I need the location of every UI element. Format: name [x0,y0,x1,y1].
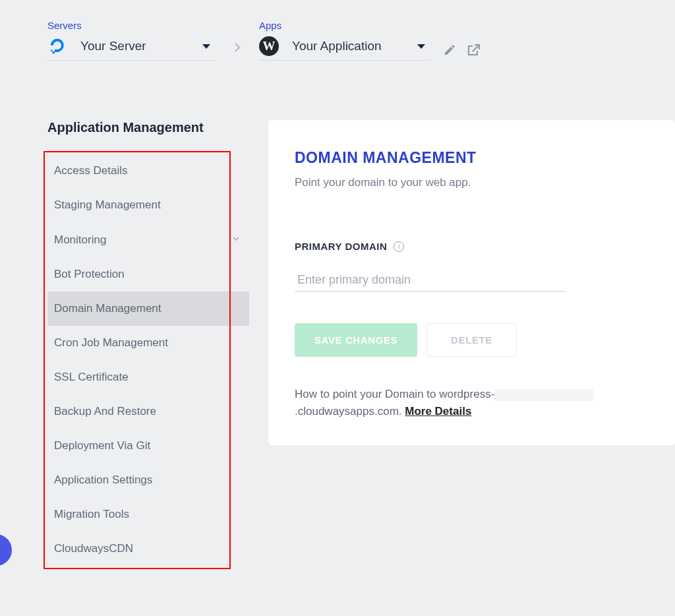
panel-title: DOMAIN MANAGEMENT [295,149,649,167]
sidebar-item-label: Application Settings [54,474,152,487]
app-crumb: Apps W Your Application [259,20,430,61]
info-icon[interactable]: i [394,241,404,252]
sidebar-item-label: Backup And Restore [54,405,156,418]
chevron-down-icon [202,44,210,49]
sidebar-item-label: Staging Management [54,199,161,212]
sidebar-item-label: Deployment Via Git [54,439,150,452]
digitalocean-icon [47,36,67,56]
sidebar-item-label: Migration Tools [54,508,129,521]
chevron-down-icon [231,233,241,247]
sidebar-item-ssl-certificate[interactable]: SSL Certificate [47,360,249,394]
external-link-icon[interactable] [467,44,481,59]
sidebar-item-staging-management[interactable]: Staging Management [47,188,249,222]
servers-label: Servers [47,20,216,31]
panel-subtitle: Point your domain to your web app. [295,176,649,189]
apps-label: Apps [259,20,430,31]
primary-domain-label: PRIMARY DOMAIN i [295,241,649,252]
server-selector[interactable]: Your Server [47,36,216,61]
primary-domain-input[interactable] [295,269,565,292]
more-details-link[interactable]: More Details [405,405,471,417]
sidebar-item-label: Access Details [54,164,127,177]
sidebar-item-label: Monitoring [54,233,106,247]
sidebar-nav: Access DetailsStaging ManagementMonitori… [47,154,249,566]
sidebar-item-label: CloudwaysCDN [54,542,133,555]
breadcrumb-bar: Servers Your Server Apps W Your Applicat… [0,0,675,61]
sidebar: Application Management Access DetailsSta… [47,120,249,566]
sidebar-item-label: SSL Certificate [54,371,129,384]
sidebar-title: Application Management [47,120,249,135]
edit-icon[interactable] [444,44,455,59]
sidebar-item-domain-management[interactable]: Domain Management [47,292,249,326]
sidebar-item-deployment-via-git[interactable]: Deployment Via Git [47,429,249,463]
wordpress-icon: W [259,36,279,56]
app-selector[interactable]: W Your Application [259,36,430,61]
sidebar-item-label: Domain Management [54,302,161,315]
server-crumb: Servers Your Server [47,20,216,61]
sidebar-item-backup-and-restore[interactable]: Backup And Restore [47,394,249,429]
sidebar-item-monitoring[interactable]: Monitoring [47,222,249,257]
chevron-down-icon [417,44,425,49]
svg-rect-2 [51,50,52,51]
sidebar-item-label: Cron Job Management [54,336,168,350]
sidebar-item-access-details[interactable]: Access Details [47,154,249,188]
svg-rect-0 [55,49,57,52]
app-name: Your Application [292,39,417,53]
sidebar-item-migration-tools[interactable]: Migration Tools [47,497,249,532]
sidebar-item-cloudwayscdn[interactable]: CloudwaysCDN [47,532,249,566]
svg-rect-1 [53,51,55,53]
sidebar-item-application-settings[interactable]: Application Settings [47,463,249,497]
breadcrumb-separator [234,42,241,55]
redacted-text [494,389,593,401]
domain-management-panel: DOMAIN MANAGEMENT Point your domain to y… [268,120,675,446]
sidebar-item-label: Bot Protection [54,268,125,281]
sidebar-item-bot-protection[interactable]: Bot Protection [47,257,249,292]
server-name: Your Server [80,39,202,53]
help-text: How to point your Domain to wordpress-.c… [295,386,649,419]
sidebar-item-cron-job-management[interactable]: Cron Job Management [47,326,249,360]
delete-button[interactable]: DELETE [426,323,517,357]
save-changes-button[interactable]: SAVE CHANGES [295,323,417,357]
